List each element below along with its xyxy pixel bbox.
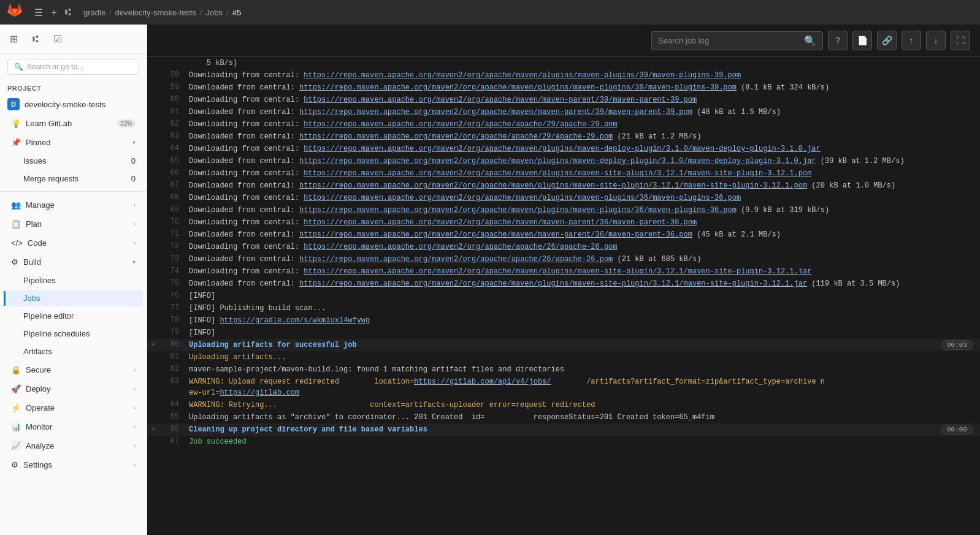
log-line: 76[INFO] (147, 290, 980, 302)
log-line: 61Downloaded from central: https://repo.… (147, 106, 980, 118)
log-link[interactable]: https://repo.maven.apache.org/maven2/org… (304, 243, 617, 251)
search-placeholder-text: Search or go to... (27, 63, 83, 71)
sidebar-item-deploy[interactable]: 🚀 Deploy › (4, 380, 143, 398)
gitlab-logo[interactable] (7, 4, 22, 21)
log-link[interactable]: https://repo.maven.apache.org/maven2/org… (299, 279, 807, 288)
scroll-top-btn[interactable]: ↑ (902, 31, 921, 50)
link-btn[interactable]: 🔗 (877, 31, 897, 50)
sidebar-item-pipeline-schedules[interactable]: Pipeline schedules (4, 325, 143, 342)
log-link[interactable]: https://gitlab.com (220, 389, 299, 397)
sidebar-item-pipeline-editor[interactable]: Pipeline editor (4, 308, 143, 324)
sidebar-project[interactable]: D develocity-smoke-tests (0, 94, 147, 114)
log-link[interactable]: https://gitlab.com/api/v4/jobs/ (414, 378, 551, 386)
log-link[interactable]: https://repo.maven.apache.org/maven2/org… (299, 83, 737, 92)
issues-badge: 0 (131, 156, 136, 165)
line-number: 83 (159, 376, 189, 385)
line-text: Downloading from central: https://repo.m… (189, 241, 980, 252)
help-btn[interactable]: ? (828, 31, 848, 50)
sidebar-item-code[interactable]: </> Code › (4, 234, 143, 252)
line-toggle[interactable]: ▾ (147, 340, 159, 349)
breadcrumb-smoke-tests[interactable]: develocity-smoke-tests (115, 8, 196, 17)
merge-requests-badge: 0 (131, 174, 136, 183)
raw-log-btn[interactable]: 📄 (852, 31, 872, 50)
secure-label: Secure (26, 365, 51, 374)
breadcrumb-current: #5 (232, 8, 241, 17)
line-text: Downloaded from central: https://repo.ma… (189, 156, 980, 167)
pipelines-label: Pipelines (23, 276, 56, 285)
line-toggle (147, 400, 159, 400)
log-link[interactable]: https://repo.maven.apache.org/maven2/org… (304, 71, 741, 80)
log-link[interactable]: https://repo.maven.apache.org/maven2/org… (304, 194, 741, 202)
search-job-log-input[interactable] (658, 36, 800, 45)
line-toggle[interactable]: ▾ (147, 424, 159, 434)
log-link[interactable]: https://repo.maven.apache.org/maven2/org… (304, 169, 811, 178)
line-number: 66 (159, 168, 189, 177)
sidebar-home-icon[interactable]: ⊞ (7, 31, 20, 47)
log-content[interactable]: 5 kB/s)58Downloading from central: https… (147, 57, 980, 535)
log-link[interactable]: https://repo.maven.apache.org/maven2/org… (299, 255, 613, 264)
line-number: 67 (159, 180, 189, 189)
sidebar-todo-icon[interactable]: ☑ (51, 31, 64, 47)
line-text: Downloaded from central: https://repo.ma… (189, 229, 980, 240)
code-label: Code (28, 238, 47, 248)
log-link[interactable]: https://repo.maven.apache.org/maven2/org… (304, 218, 697, 227)
line-number: 78 (159, 315, 189, 324)
breadcrumb-jobs[interactable]: Jobs (206, 8, 223, 17)
search-job-log-container[interactable]: 🔍 (651, 31, 823, 50)
log-link[interactable]: https://repo.maven.apache.org/maven2/org… (299, 206, 737, 214)
sidebar-toggle-icon[interactable]: ☰ (34, 7, 43, 18)
log-link[interactable]: https://repo.maven.apache.org/maven2/org… (299, 132, 613, 141)
merge-requests-label: Merge requests (23, 174, 78, 183)
log-link[interactable]: https://repo.maven.apache.org/maven2/org… (299, 181, 807, 190)
deploy-icon: 🚀 (11, 384, 21, 393)
sidebar-merge-icon[interactable]: ⑆ (30, 31, 41, 47)
sidebar-item-build[interactable]: ⚙ Build ▾ (4, 253, 143, 271)
line-toggle (147, 217, 159, 218)
sidebar-item-pipelines[interactable]: Pipelines (4, 272, 143, 289)
log-link[interactable]: https://repo.maven.apache.org/maven2/org… (304, 96, 697, 104)
log-line: 73Downloaded from central: https://repo.… (147, 253, 980, 265)
log-link[interactable]: https://repo.maven.apache.org/maven2/org… (299, 157, 816, 165)
sidebar-item-plan[interactable]: 📋 Plan › (4, 215, 143, 233)
line-text: Downloaded from central: https://repo.ma… (189, 82, 980, 93)
line-toggle (147, 94, 159, 95)
line-number: 86 (159, 424, 189, 433)
sidebar-item-jobs[interactable]: Jobs (4, 290, 143, 306)
log-line: 72Downloading from central: https://repo… (147, 241, 980, 253)
line-text: Downloaded from central: https://repo.ma… (189, 107, 980, 118)
sidebar-item-learn-gitlab[interactable]: 💡 Learn GitLab 33% (4, 115, 143, 132)
line-number: 75 (159, 278, 189, 287)
sidebar-item-issues[interactable]: Issues 0 (4, 153, 143, 169)
log-link[interactable]: https://repo.maven.apache.org/maven2/org… (304, 120, 617, 129)
log-link[interactable]: https://repo.maven.apache.org/maven2/org… (304, 267, 811, 276)
line-text: Downloading from central: https://repo.m… (189, 217, 980, 228)
sidebar-item-monitor[interactable]: 📊 Monitor › (4, 418, 143, 436)
line-number: 69 (159, 205, 189, 214)
log-link[interactable]: https://repo.maven.apache.org/maven2/org… (304, 145, 821, 153)
sidebar-item-artifacts[interactable]: Artifacts (4, 343, 143, 360)
sidebar-item-analyze[interactable]: 📈 Analyze › (4, 437, 143, 455)
scroll-bottom-btn[interactable]: ↓ (926, 31, 946, 50)
sidebar-item-merge-requests[interactable]: Merge requests 0 (4, 170, 143, 187)
fullscreen-btn[interactable]: ⛶ (951, 31, 970, 50)
log-line: ▾80Uploading artifacts for successful jo… (147, 339, 980, 351)
log-line: 84WARNING: Retrying... context=artifacts… (147, 399, 980, 411)
sidebar-item-manage[interactable]: 👥 Manage › (4, 196, 143, 214)
line-number (159, 58, 189, 58)
log-link[interactable]: https://gradle.com/s/wkmluxl4wfywg (220, 316, 370, 325)
log-link[interactable]: https://repo.maven.apache.org/maven2/org… (299, 108, 692, 116)
merge-request-icon[interactable]: ⑆ (65, 7, 71, 18)
search-bar[interactable]: 🔍 Search or go to... (7, 59, 139, 75)
deploy-chevron: › (134, 385, 136, 392)
sidebar-item-pinned[interactable]: 📌 Pinned ▾ (4, 134, 143, 151)
pinned-label: Pinned (26, 138, 50, 147)
breadcrumb-gradle[interactable]: gradle (83, 8, 105, 17)
plus-icon[interactable]: ＋ (49, 6, 59, 19)
line-toggle (147, 327, 159, 328)
log-link[interactable]: https://repo.maven.apache.org/maven2/org… (299, 230, 692, 239)
sidebar-item-operate[interactable]: ⚡ Operate › (4, 399, 143, 417)
build-icon: ⚙ (11, 257, 18, 267)
line-toggle (147, 412, 159, 412)
sidebar-item-secure[interactable]: 🔒 Secure › (4, 361, 143, 379)
sidebar-item-settings[interactable]: ⚙ Settings › (4, 456, 143, 474)
